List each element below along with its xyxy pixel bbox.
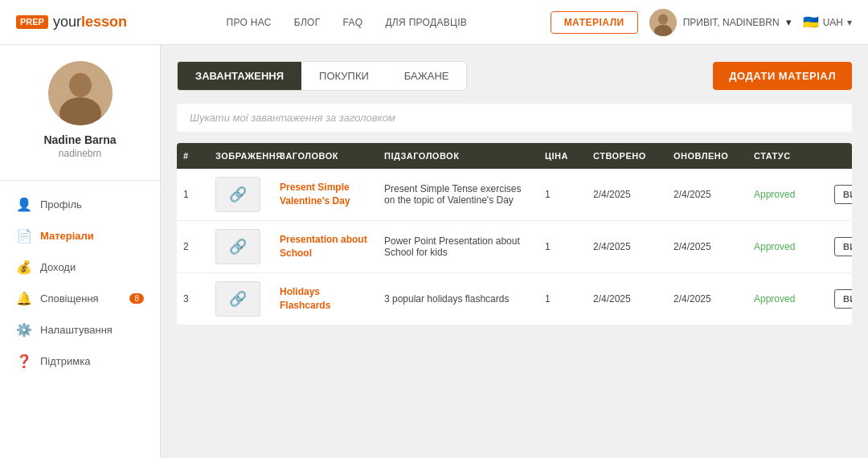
- sidebar-avatar: [48, 61, 113, 125]
- col-num: #: [177, 151, 209, 161]
- language-selector[interactable]: 🇺🇦 UAH ▾: [803, 14, 852, 30]
- tabs-row: ЗАВАНТАЖЕННЯ ПОКУПКИ БАЖАНЕ ДОДАТИ МАТЕР…: [177, 61, 852, 91]
- nav-blog[interactable]: БЛОГ: [294, 17, 321, 28]
- cell-actions-delete-1: ВИДАЛИТИ: [828, 185, 852, 204]
- user-greeting: ПРИВІТ, NADINEBRN: [683, 17, 780, 28]
- materials-table: # ЗОБРАЖЕННЯ ЗАГОЛОВОК ПІДЗАГОЛОВОК ЦІНА…: [177, 143, 852, 325]
- tab-downloads[interactable]: ЗАВАНТАЖЕННЯ: [178, 62, 301, 90]
- tab-wishlist[interactable]: БАЖАНЕ: [387, 62, 467, 90]
- col-status: СТАТУС: [747, 151, 828, 161]
- table-row: 2 🔗 Presentation about School Power Poin…: [177, 221, 852, 273]
- sidebar-item-income[interactable]: 💰 Доходи: [0, 251, 160, 283]
- cell-status-1: Approved: [747, 189, 828, 200]
- delete-button-2[interactable]: ВИДАЛИТИ: [834, 237, 852, 256]
- col-image: ЗОБРАЖЕННЯ: [209, 151, 273, 161]
- delete-button-3[interactable]: ВИДАЛИТИ: [834, 289, 852, 309]
- thumbnail-3: 🔗: [215, 281, 260, 317]
- tab-purchases[interactable]: ПОКУПКИ: [301, 62, 387, 90]
- status-badge-2: Approved: [754, 241, 795, 252]
- cell-updated-3: 2/4/2025: [667, 293, 747, 305]
- thumbnail-1: 🔗: [215, 177, 260, 212]
- cell-updated-2: 2/4/2025: [667, 241, 747, 252]
- search-bar[interactable]: Шукати мої завантаження за заголовком: [177, 104, 852, 132]
- notifications-icon: 🔔: [16, 291, 32, 306]
- sidebar: Nadine Barna nadinebrn 👤 Профіль 📄 Матер…: [0, 45, 161, 458]
- cell-price-2: 1: [538, 241, 587, 252]
- search-placeholder: Шукати мої завантаження за заголовком: [190, 112, 395, 124]
- lang-label: UAH: [823, 17, 843, 28]
- sidebar-item-notifications[interactable]: 🔔 Сповіщення 8: [0, 283, 160, 314]
- col-updated: ОНОВЛЕНО: [667, 151, 747, 161]
- title-link-1[interactable]: Present Simple Valentine's Day: [280, 182, 350, 207]
- notification-badge: 8: [129, 293, 144, 304]
- nav-faq[interactable]: FAQ: [343, 17, 363, 28]
- avatar: [649, 9, 677, 36]
- sidebar-username: Nadine Barna: [0, 133, 160, 146]
- table-header: # ЗОБРАЖЕННЯ ЗАГОЛОВОК ПІДЗАГОЛОВОК ЦІНА…: [177, 143, 852, 169]
- col-title: ЗАГОЛОВОК: [273, 151, 378, 161]
- sidebar-label-support: Підтримка: [40, 355, 90, 367]
- logo-badge: PREP: [16, 15, 48, 29]
- status-badge-1: Approved: [754, 189, 795, 200]
- sidebar-item-settings[interactable]: ⚙️ Налаштування: [0, 314, 160, 346]
- sidebar-label-profile: Профіль: [40, 198, 82, 211]
- table-row: 1 🔗 Present Simple Valentine's Day Prese…: [177, 169, 852, 221]
- cell-actions-delete-2: ВИДАЛИТИ: [828, 237, 852, 256]
- materials-header-button[interactable]: МАТЕРІАЛИ: [551, 11, 638, 34]
- tab-bar: ЗАВАНТАЖЕННЯ ПОКУПКИ БАЖАНЕ: [177, 61, 467, 91]
- sidebar-label-settings: Налаштування: [40, 324, 113, 336]
- cell-num-1: 1: [177, 189, 209, 200]
- flag-icon: 🇺🇦: [803, 14, 819, 30]
- sidebar-divider: [0, 180, 160, 181]
- nav-about[interactable]: ПРО НАС: [227, 17, 272, 28]
- status-badge-3: Approved: [754, 293, 795, 305]
- logo[interactable]: PREP yourlesson: [16, 14, 127, 31]
- cell-num-2: 2: [177, 241, 209, 252]
- logo-text: yourlesson: [53, 14, 127, 31]
- thumbnail-2: 🔗: [215, 229, 260, 264]
- main-content: ЗАВАНТАЖЕННЯ ПОКУПКИ БАЖАНЕ ДОДАТИ МАТЕР…: [161, 45, 868, 458]
- nav-sellers[interactable]: ДЛЯ ПРОДАВЦІВ: [385, 17, 467, 28]
- sidebar-user-area: Nadine Barna nadinebrn: [0, 61, 160, 172]
- layout: Nadine Barna nadinebrn 👤 Профіль 📄 Матер…: [0, 45, 868, 458]
- cell-subtitle-1: Present Simple Tense exercises on the to…: [378, 183, 538, 206]
- cell-subtitle-3: 3 popular holidays flashcards: [378, 293, 538, 305]
- sidebar-menu: 👤 Профіль 📄 Матеріали 💰 Доходи 🔔 Сповіще…: [0, 189, 160, 377]
- chevron-lang-icon: ▾: [847, 17, 852, 28]
- cell-updated-1: 2/4/2025: [667, 189, 747, 200]
- user-menu[interactable]: ПРИВІТ, NADINEBRN ▾: [649, 9, 792, 36]
- svg-point-4: [69, 73, 92, 97]
- cell-actions-delete-3: ВИДАЛИТИ: [828, 289, 852, 309]
- main-nav: ПРО НАС БЛОГ FAQ ДЛЯ ПРОДАВЦІВ: [159, 17, 534, 28]
- col-price: ЦІНА: [538, 151, 587, 161]
- sidebar-item-support[interactable]: ❓ Підтримка: [0, 346, 160, 377]
- sidebar-item-profile[interactable]: 👤 Профіль: [0, 189, 160, 220]
- col-subtitle: ПІДЗАГОЛОВОК: [378, 151, 538, 161]
- cell-thumb-3: 🔗: [209, 281, 273, 317]
- sidebar-label-materials: Матеріали: [40, 230, 94, 242]
- cell-status-2: Approved: [747, 241, 828, 252]
- sidebar-item-materials[interactable]: 📄 Матеріали: [0, 220, 160, 251]
- materials-icon: 📄: [16, 228, 32, 243]
- col-created: СТВОРЕНО: [587, 151, 667, 161]
- cell-created-2: 2/4/2025: [587, 241, 667, 252]
- header-right: МАТЕРІАЛИ ПРИВІТ, NADINEBRN ▾ 🇺🇦 UAH ▾: [551, 9, 852, 36]
- cell-thumb-1: 🔗: [209, 177, 273, 212]
- chevron-down-icon: ▾: [786, 16, 792, 28]
- add-material-button[interactable]: ДОДАТИ МАТЕРІАЛ: [713, 62, 852, 90]
- income-icon: 💰: [16, 260, 32, 275]
- profile-icon: 👤: [16, 197, 32, 212]
- svg-point-1: [658, 14, 668, 24]
- header: PREP yourlesson ПРО НАС БЛОГ FAQ ДЛЯ ПРО…: [0, 0, 868, 45]
- cell-num-3: 3: [177, 293, 209, 305]
- settings-icon: ⚙️: [16, 322, 32, 337]
- support-icon: ❓: [16, 354, 32, 369]
- delete-button-1[interactable]: ВИДАЛИТИ: [834, 185, 852, 204]
- cell-title-3: Holidays Flashcards: [273, 285, 378, 313]
- title-link-2[interactable]: Presentation about School: [280, 234, 367, 259]
- title-link-3[interactable]: Holidays Flashcards: [280, 286, 330, 311]
- cell-created-1: 2/4/2025: [587, 189, 667, 200]
- cell-title-1: Present Simple Valentine's Day: [273, 181, 378, 208]
- sidebar-label-notifications: Сповіщення: [40, 292, 99, 305]
- cell-price-1: 1: [538, 189, 587, 200]
